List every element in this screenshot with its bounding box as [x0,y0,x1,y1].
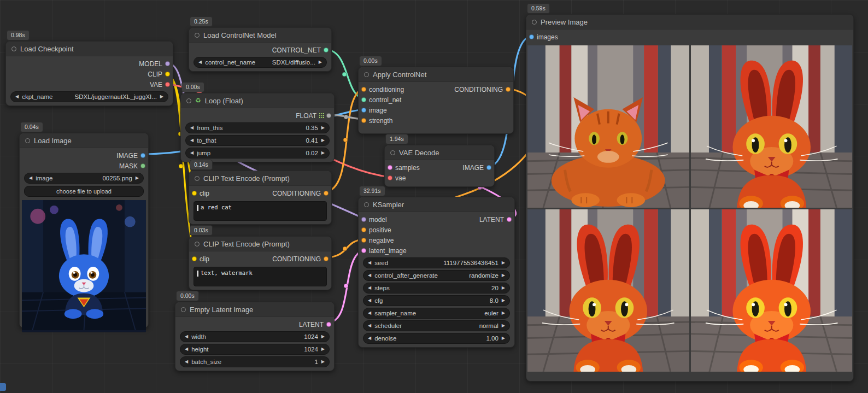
collapse-dot-icon[interactable] [11,46,16,51]
node-header[interactable]: CLIP Text Encode (Prompt) [189,171,331,186]
node-empty-latent-image[interactable]: 0.00s Empty Latent Image LATENT ◀ width … [175,302,335,371]
arrow-right-icon[interactable]: ▶ [502,324,505,328]
node-header[interactable]: Load Image [20,133,148,148]
slot-dot-conditioning[interactable] [324,256,329,261]
slot-dot-mask[interactable] [140,163,145,168]
output-slot-image[interactable]: IMAGE [20,150,148,161]
widget-cfg[interactable]: ◀ cfg 8.0 ▶ [363,295,510,306]
output-slot-control-net[interactable]: CONTROL_NET [189,45,331,55]
node-header[interactable]: Load ControlNet Model [189,28,331,43]
node-ksampler[interactable]: 32.91s KSampler model LATENT positive [358,197,515,348]
widget-height[interactable]: ◀ height 1024 ▶ [180,344,330,355]
arrow-right-icon[interactable]: ▶ [321,126,325,130]
arrow-left-icon[interactable]: ◀ [190,126,193,130]
node-load-checkpoint[interactable]: 0.98s Load Checkpoint MODEL CLIP VAE ◀ c… [5,41,173,106]
input-slot-conditioning[interactable]: conditioning [361,86,407,93]
input-slot-clip[interactable]: clip [192,190,212,197]
output-slot-conditioning[interactable]: CONDITIONING [269,255,329,263]
slot-dot-latent-image[interactable] [361,248,366,253]
slot-dot-image[interactable] [486,165,491,170]
arrow-left-icon[interactable]: ◀ [368,273,371,278]
slot-dot-negative[interactable] [361,238,366,243]
widget-from-this[interactable]: ◀ from_this 0.35 ▶ [185,122,330,133]
arrow-left-icon[interactable]: ◀ [198,60,202,64]
input-slot-image[interactable]: image [359,105,513,115]
slot-dot-vae[interactable] [388,175,392,180]
widget-to-that[interactable]: ◀ to_that 0.41 ▶ [185,135,330,146]
output-slot-vae[interactable]: VAE [6,79,173,90]
arrow-left-icon[interactable]: ◀ [368,311,371,315]
collapse-dot-icon[interactable] [25,138,30,143]
slot-dot-image[interactable] [140,153,145,158]
output-slot-image[interactable]: IMAGE [460,164,491,172]
widget-denoise[interactable]: ◀ denoise 1.00 ▶ [363,333,510,344]
node-header[interactable]: KSampler [359,197,514,212]
collapse-dot-icon[interactable] [195,176,200,181]
output-slot-latent[interactable]: LATENT [477,216,512,224]
node-loop-float[interactable]: 0.00s ♻ Loop (Float) FLOAT ◀ from_ [180,93,335,162]
arrow-left-icon[interactable]: ◀ [185,360,188,364]
prompt-textarea[interactable]: a red cat [193,201,327,221]
output-slot-latent[interactable]: LATENT [175,319,334,330]
arrow-right-icon[interactable]: ▶ [502,336,505,341]
node-header[interactable]: ♻ Loop (Float) [181,93,334,108]
arrow-right-icon[interactable]: ▶ [136,176,139,180]
collapse-dot-icon[interactable] [186,98,191,103]
arrow-left-icon[interactable]: ◀ [15,95,19,99]
widget-batch-size[interactable]: ◀ batch_size 1 ▶ [180,356,330,367]
output-slot-mask[interactable]: MASK [20,161,148,171]
slot-dot-vae[interactable] [165,82,170,87]
slot-dot-model[interactable] [361,217,366,222]
arrow-left-icon[interactable]: ◀ [368,286,371,290]
slot-dot-control-net[interactable] [361,97,366,102]
node-preview-image[interactable]: 0.59s Preview Image images [526,14,854,382]
input-slot-latent-image[interactable]: latent_image [359,245,514,256]
input-slot-positive[interactable]: positive [359,225,514,235]
input-slot-control-net[interactable]: control_net [359,95,513,105]
prompt-textarea[interactable]: text, watermark [193,267,327,286]
arrow-left-icon[interactable]: ◀ [29,176,32,180]
arrow-right-icon[interactable]: ▶ [502,286,505,290]
node-clip-text-encode-negative[interactable]: 0.03s CLIP Text Encode (Prompt) clip CON… [189,236,332,290]
collapse-dot-icon[interactable] [532,20,537,25]
preview-image-2[interactable] [691,45,853,208]
input-slot-negative[interactable]: negative [359,235,514,245]
output-slot-conditioning[interactable]: CONDITIONING [451,86,511,93]
collapse-dot-icon[interactable] [195,33,200,38]
node-clip-text-encode-positive[interactable]: 0.14s CLIP Text Encode (Prompt) clip CON… [189,171,332,225]
arrow-right-icon[interactable]: ▶ [321,335,325,339]
node-load-image[interactable]: 0.04s Load Image IMAGE MASK ◀ image 0025… [19,133,149,328]
arrow-left-icon[interactable]: ◀ [368,336,371,341]
arrow-left-icon[interactable]: ◀ [190,138,193,143]
slot-dot-float[interactable] [326,113,331,118]
node-apply-controlnet[interactable]: 0.00s Apply ControlNet conditioning COND… [358,67,514,134]
widget-steps[interactable]: ◀ steps 20 ▶ [363,283,510,294]
arrow-right-icon[interactable]: ▶ [321,360,325,364]
node-graph-canvas[interactable]: 0.98s Load Checkpoint MODEL CLIP VAE ◀ c… [0,0,868,393]
slot-dot-conditioning[interactable] [324,191,329,196]
node-header[interactable]: Load Checkpoint [6,42,173,56]
slot-dot-images[interactable] [529,34,534,39]
loaded-image-preview[interactable] [22,200,146,332]
slot-dot-clip[interactable] [192,256,197,261]
arrow-right-icon[interactable]: ▶ [319,60,322,64]
widget-image-file[interactable]: ◀ image 00255.png ▶ [24,173,144,184]
arrow-right-icon[interactable]: ▶ [502,261,505,265]
slot-dot-samples[interactable] [388,165,392,170]
collapse-dot-icon[interactable] [195,242,200,247]
arrow-right-icon[interactable]: ▶ [321,347,325,351]
input-slot-strength[interactable]: strength [359,115,513,126]
widget-scheduler[interactable]: ◀ scheduler normal ▶ [363,320,510,331]
widget-control-after-generate[interactable]: ◀ control_after_generate randomize ▶ [363,270,510,281]
output-slot-model[interactable]: MODEL [6,58,173,69]
widget-width[interactable]: ◀ width 1024 ▶ [180,331,330,342]
arrow-right-icon[interactable]: ▶ [502,311,505,315]
arrow-left-icon[interactable]: ◀ [185,347,188,351]
slot-dot-control-net[interactable] [324,48,329,52]
arrow-right-icon[interactable]: ▶ [321,138,325,143]
node-vae-decode[interactable]: 1.94s VAE Decode samples IMAGE vae [384,145,495,187]
collapse-dot-icon[interactable] [364,72,369,77]
slot-dot-image[interactable] [361,108,366,113]
slot-dot-model[interactable] [165,61,170,66]
arrow-left-icon[interactable]: ◀ [368,324,371,328]
